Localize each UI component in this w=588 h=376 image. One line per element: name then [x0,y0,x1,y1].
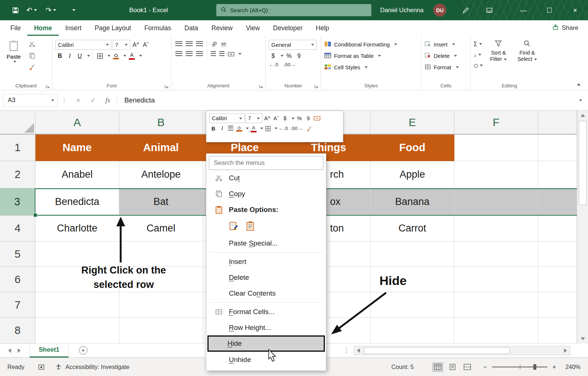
cell-F4[interactable] [454,216,538,241]
undo-button[interactable]: ↶ [24,0,39,20]
scroll-up-icon[interactable] [577,111,588,120]
zoom-slider[interactable] [492,366,547,368]
cell-E1[interactable]: Food [371,135,454,161]
cell-E5[interactable] [371,241,454,267]
mini-accounting-button[interactable]: $ [281,114,289,123]
cell-partial-6[interactable] [538,267,577,292]
vertical-scrollbar-thumb[interactable] [579,121,587,205]
horizontal-scrollbar-thumb[interactable] [364,347,510,354]
menu-search-input[interactable] [209,156,323,170]
cell-E7[interactable] [371,292,454,318]
find-select-button[interactable]: Find & Select [514,39,540,70]
mini-align-center-icon[interactable] [228,126,233,131]
mini-merge-button[interactable] [313,114,321,123]
sort-filter-button[interactable]: Sort & Filter [485,39,512,70]
avatar[interactable]: DU [433,4,446,17]
align-center-icon[interactable] [186,51,193,57]
share-button[interactable]: Share [552,20,578,36]
row-header-5[interactable]: 5 [0,241,35,267]
clear-button[interactable]: ◇ [474,61,483,70]
font-color-button[interactable]: A [127,51,136,61]
italic-button[interactable]: I [65,51,74,61]
scroll-down-icon[interactable] [577,334,588,344]
cell-A2[interactable]: Anabel [35,161,119,188]
menu-item-paste-options[interactable]: Paste Options: [209,202,323,217]
cell-partial-2[interactable] [538,161,577,188]
cancel-button[interactable]: × [71,97,86,104]
decrease-indent-icon[interactable] [211,51,216,57]
cell-B3[interactable]: Bat [119,189,203,215]
fill-handle[interactable] [33,213,37,217]
paste-button[interactable]: Paste [3,39,24,72]
menu-item-copy[interactable]: Copy [209,186,323,202]
cell-F6[interactable] [454,267,538,292]
decrease-decimal-button[interactable]: .00→ [283,62,296,67]
align-left-icon[interactable] [175,51,182,57]
fill-button[interactable]: ↓ [474,50,483,59]
merge-center-button[interactable] [227,49,235,59]
scroll-left-icon[interactable] [354,346,363,355]
inking-icon[interactable] [458,0,474,20]
formula-bar-value[interactable]: Benedicta [124,96,155,104]
column-header-B[interactable]: B [119,111,203,135]
tab-page-layout[interactable]: Page Layout [88,20,138,36]
column-header-A[interactable]: A [35,111,119,135]
row-header-8[interactable]: 8 [0,318,35,344]
cell-B4[interactable]: Camel [119,216,203,241]
page-layout-view-icon[interactable] [448,363,457,371]
select-all-button[interactable] [0,111,35,135]
cut-button[interactable] [29,41,35,49]
mini-decrease-font-button[interactable]: Aˇ [272,114,280,123]
number-format-select[interactable]: General [269,40,317,50]
zoom-out-button[interactable]: − [483,363,487,371]
next-sheet-icon[interactable] [18,348,21,353]
cell-F2[interactable] [454,161,538,188]
cell-partial-8[interactable] [538,318,577,344]
format-as-table-button[interactable]: Format as Table [324,50,418,62]
cell-F7[interactable] [454,292,538,318]
save-icon[interactable] [9,0,22,20]
menu-item-insert[interactable]: Insert [209,254,323,269]
tab-formulas[interactable]: Formulas [138,20,178,36]
cell-partial-7[interactable] [538,292,577,318]
align-bottom-icon[interactable] [196,41,203,47]
previous-sheet-icon[interactable] [8,348,11,353]
cell-E4[interactable]: Carrot [371,216,454,241]
row-header-2[interactable]: 2 [0,161,35,188]
increase-decimal-button[interactable]: ←.0 [269,62,278,67]
clipboard-dialog-launcher-icon[interactable] [45,83,51,88]
cell-F5[interactable] [454,241,538,267]
tab-splitter-icon[interactable]: ⋮ [343,347,350,354]
row-header-3[interactable]: 3 [0,188,35,216]
cell-E3[interactable]: Banana [371,189,454,215]
conditional-formatting-button[interactable]: Conditional Formatting [324,39,418,50]
autosum-button[interactable]: Σ [474,39,483,49]
cell-partial-3[interactable] [538,189,577,215]
menu-item-paste-special[interactable]: Paste Special... [209,235,323,251]
align-top-icon[interactable] [175,41,182,47]
align-middle-icon[interactable] [186,41,193,47]
search-box[interactable]: Search (Alt+Q) [216,4,371,16]
formula-bar-drag-dots-icon[interactable]: ⋮ [61,97,67,104]
close-button[interactable]: × [562,0,588,20]
mini-fill-color-button[interactable] [235,124,243,133]
menu-item-format-cells[interactable]: Format Cells... [209,304,323,320]
cell-B5[interactable] [119,241,203,267]
tab-review[interactable]: Review [205,20,239,36]
cell-A7[interactable] [35,292,119,318]
zoom-level[interactable]: 240% [563,364,581,370]
mini-decrease-decimal-button[interactable]: .00→ [290,126,303,131]
accessibility-status[interactable]: Accessibility: Investigate [65,364,129,370]
vertical-scrollbar[interactable] [577,111,588,344]
cell-styles-button[interactable]: Cell Styles [324,62,418,73]
accessibility-icon[interactable] [55,364,62,370]
mini-font-name-select[interactable]: Calibri [209,114,245,123]
cell-E8[interactable] [371,318,454,344]
mini-increase-font-button[interactable]: A^ [263,114,271,123]
font-dialog-launcher-icon[interactable] [164,83,169,88]
mini-borders-button[interactable] [264,124,272,133]
cell-F1[interactable] [454,135,538,161]
borders-button[interactable] [96,51,104,61]
ribbon-insert-button[interactable]: Insert [424,39,467,50]
decrease-font-size-button[interactable]: Aˇ [141,40,150,50]
